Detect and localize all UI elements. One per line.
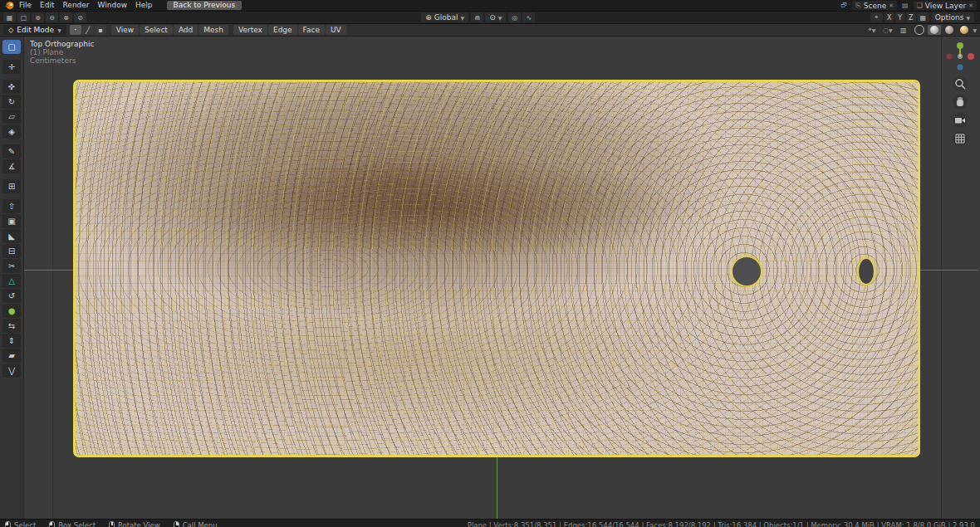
navigation-gizmo[interactable] [943,40,977,73]
viewport-nav-column [943,40,977,146]
proportional-falloff-icon[interactable]: ∿ [522,12,535,22]
xray-toggle-icon[interactable]: ▥ [897,25,909,35]
menu-vertex[interactable]: Vertex [233,25,267,35]
view-layer-selector[interactable]: ❏ View Layer ✕ [914,1,977,10]
menu-render[interactable]: Render [59,0,94,11]
tool-move[interactable]: ✜ [2,80,21,94]
tool-select-box[interactable]: ▢ [2,40,21,54]
transform-orientation-dropdown[interactable]: ⊕ Global ▼ [421,12,468,22]
tool-bevel[interactable]: ◣ [2,229,21,243]
tool-knife[interactable]: ✂ [2,259,21,273]
scene-browse-icon[interactable]: 🗗 [840,2,847,9]
show-overlays-dropdown-icon[interactable]: ◌▼ [881,25,894,35]
y-axis-line [497,457,497,519]
tool-rotate[interactable]: ↻ [2,95,21,109]
menu-edge[interactable]: Edge [268,25,297,35]
hint-label: Select [14,521,36,527]
tool-edge-slide[interactable]: ⇆ [2,319,21,333]
select-mode-set-icon[interactable]: ⊕ [32,12,44,22]
tool-poly-build[interactable]: △ [2,274,21,288]
menu-mesh[interactable]: Mesh [198,25,228,35]
shading-rendered-icon[interactable] [958,25,971,35]
keymap-hint-select: Select [5,521,36,527]
camera-view-icon[interactable] [953,113,968,128]
options-dropdown[interactable]: Options ▼ [931,12,974,22]
proportional-editing-toggle-icon[interactable]: ◎ [508,12,521,22]
tool-extrude-region[interactable]: ⇧ [2,199,21,213]
shading-dropdown-icon[interactable]: ▼ [973,27,977,33]
tool-add-cube[interactable]: ⊞ [2,179,21,193]
viewport-3d[interactable]: ▢ ✛ ✜ ↻ ▱ ◈ ✎ ∡ ⊞ ⇧ ▣ ◣ ⊟ ✂ △ ↺ ● ⇆ ⇕ ▰ … [0,37,980,519]
show-gizmo-dropdown-icon[interactable]: ⌖▼ [865,25,878,35]
zoom-icon[interactable] [953,76,968,91]
mesh-hole-overflow[interactable] [859,259,874,284]
select-mode-extend-icon[interactable]: ⊖ [46,12,58,22]
scene-statistics: Plane | Verts:8,351/8,351 | Edges:16,544… [468,521,975,527]
menu-window[interactable]: Window [94,0,132,11]
units-label: Centimeters [30,56,94,65]
left-mouse-drag-icon [49,521,55,527]
tool-shear[interactable]: ▰ [2,349,21,363]
mirror-y-toggle[interactable]: Y [895,12,905,22]
tool-annotate[interactable]: ✎ [2,144,21,159]
tool-settings-bar: ▦ ▢ ⊕ ⊖ ⊗ ⊘ ⊕ Global ▼ ⋒ ⊙ ▼ ◎ ∿ ⌖ X [0,11,980,24]
toggle-orthographic-grid-icon[interactable] [953,131,968,146]
shading-material-icon[interactable] [943,25,956,35]
scene-icon: ⎘ [855,2,860,10]
tool-transform[interactable]: ◈ [2,124,21,139]
menu-edit[interactable]: Edit [36,0,58,11]
mode-dropdown[interactable]: ⬦ Edit Mode ▼ [3,25,66,35]
menu-add[interactable]: Add [174,25,198,35]
menu-file[interactable]: File [15,0,36,11]
mesh-plane-wireframe[interactable] [73,80,920,457]
shading-wireframe-icon[interactable] [913,25,926,35]
active-object-label: (1) Plane [30,48,94,56]
face-select-mode-button[interactable]: ▪ [95,25,106,35]
transform-pivot-icon[interactable]: ⌖ [870,12,883,22]
toolbar: ▢ ✛ ✜ ↻ ▱ ◈ ✎ ∡ ⊞ ⇧ ▣ ◣ ⊟ ✂ △ ↺ ● ⇆ ⇕ ▰ … [0,37,24,519]
shading-solid-icon[interactable] [928,25,941,35]
edge-select-mode-button[interactable]: ╱ [82,25,94,35]
tool-measure[interactable]: ∡ [2,159,21,173]
blender-window: File Edit Render Window Help Back to Pre… [0,0,980,527]
vertex-select-mode-button[interactable]: · [70,25,81,35]
x-axis-line [920,270,978,271]
menu-select[interactable]: Select [140,25,173,35]
view-layer-browse-icon[interactable]: ▤ [902,2,909,9]
snap-toggle-icon[interactable]: ⋒ [471,12,483,22]
tool-loop-cut[interactable]: ⊟ [2,244,21,258]
hint-label: Rotate View [118,521,160,527]
tool-cursor[interactable]: ✛ [2,60,21,74]
tool-smooth[interactable]: ● [2,304,21,318]
move-view-hand-icon[interactable] [953,95,968,110]
mirror-z-toggle[interactable]: Z [906,12,916,22]
editor-type-icon[interactable]: ▦ [3,12,16,22]
menu-face[interactable]: Face [298,25,325,35]
viewport-header: ⬦ Edit Mode ▼ · ╱ ▪ View Select Add Mesh… [0,24,980,37]
scene-selector[interactable]: ⎘ Scene ✕ [852,1,897,10]
tool-shrink-fatten[interactable]: ⇕ [2,334,21,348]
menu-help[interactable]: Help [131,0,157,11]
grid-line [52,37,53,519]
scene-unlink-icon[interactable]: ✕ [889,2,894,9]
left-mouse-icon [5,521,11,527]
back-to-previous-button[interactable]: Back to Previous [167,1,243,10]
select-mode-invert-icon[interactable]: ⊘ [74,12,86,22]
view-layer-remove-icon[interactable]: ✕ [968,2,973,9]
mesh-hole-drain[interactable] [733,257,761,285]
menu-view[interactable]: View [111,25,139,35]
tool-inset-faces[interactable]: ▣ [2,214,21,228]
snap-grid-icon[interactable]: ▦ [917,12,929,22]
tool-scale[interactable]: ▱ [2,110,21,124]
select-mode-subtract-icon[interactable]: ⊗ [60,12,72,22]
blender-logo-icon [3,1,15,10]
snap-target-dropdown[interactable]: ⊙ ▼ [485,12,506,22]
viewport-header-right: ⌖▼ ◌▼ ▥ ▼ [865,25,977,35]
menu-uv[interactable]: UV [326,25,346,35]
mirror-x-toggle[interactable]: X [884,12,894,22]
active-tool-options: ▦ ▢ ⊕ ⊖ ⊗ ⊘ [3,12,88,22]
hint-label: Box Select [58,521,96,527]
active-tool-icon: ▢ [17,12,30,22]
tool-rip-region[interactable]: ⋁ [2,364,21,378]
tool-spin[interactable]: ↺ [2,289,21,303]
